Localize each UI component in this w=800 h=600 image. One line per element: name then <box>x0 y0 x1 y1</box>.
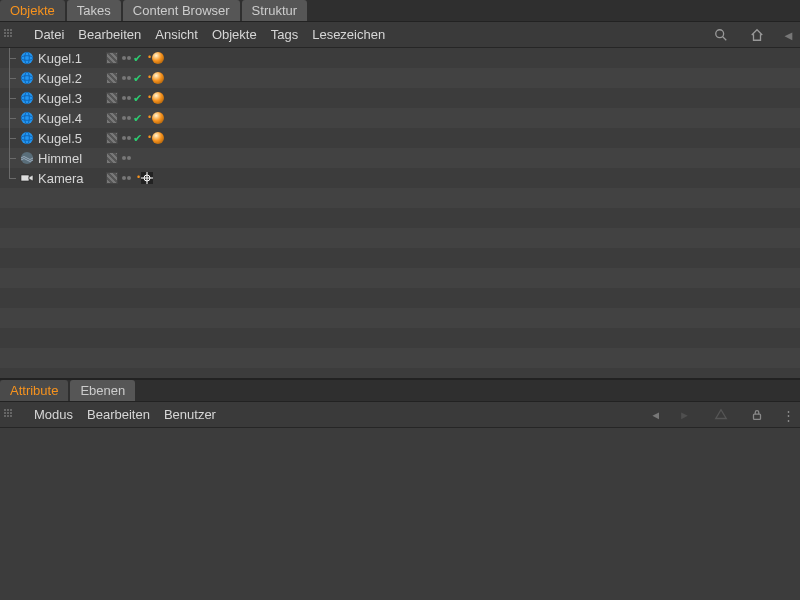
object-row-himmel[interactable]: Himmel <box>0 148 800 168</box>
home-icon[interactable] <box>750 28 764 42</box>
layer-toggle[interactable] <box>106 172 118 184</box>
menu-datei[interactable]: Datei <box>34 27 64 42</box>
empty-row <box>0 348 800 368</box>
menu-objekte[interactable]: Objekte <box>212 27 257 42</box>
object-name[interactable]: Kugel.4 <box>38 111 98 126</box>
phong-tag-icon[interactable] <box>152 112 164 124</box>
bottom-tab-bar: AttributeEbenen <box>0 380 800 402</box>
tree-branch-icon <box>4 148 16 168</box>
empty-row <box>0 268 800 288</box>
check-icon: ✔ <box>133 92 142 105</box>
attribute-body <box>0 428 800 600</box>
tab-top-objekte[interactable]: Objekte <box>0 0 65 21</box>
phong-tag-icon[interactable] <box>152 132 164 144</box>
phong-tag-icon[interactable] <box>152 92 164 104</box>
empty-row <box>0 288 800 308</box>
object-name[interactable]: Kugel.1 <box>38 51 98 66</box>
sphere-icon <box>20 131 34 145</box>
object-row-kugel-4[interactable]: Kugel.4✔• <box>0 108 800 128</box>
check-icon: ✔ <box>133 132 142 145</box>
layer-toggle[interactable] <box>106 72 118 84</box>
objects-tree-panel: Kugel.1✔•Kugel.2✔•Kugel.3✔•Kugel.4✔•Kuge… <box>0 48 800 378</box>
menu-benutzer[interactable]: Benutzer <box>164 407 216 422</box>
layer-toggle[interactable] <box>106 112 118 124</box>
empty-row <box>0 308 800 328</box>
history-back-icon[interactable]: ◄ <box>650 409 661 421</box>
layer-toggle[interactable] <box>106 152 118 164</box>
tag-dot-icon: • <box>148 132 151 144</box>
history-fwd-icon[interactable]: ► <box>679 409 690 421</box>
sphere-icon <box>20 71 34 85</box>
grip-icon[interactable] <box>4 29 16 41</box>
empty-row <box>0 228 800 248</box>
svg-point-8 <box>21 92 33 104</box>
empty-row <box>0 328 800 348</box>
visibility-dots[interactable] <box>122 96 131 100</box>
tab-top-takes[interactable]: Takes <box>67 0 121 21</box>
phong-tag-icon[interactable] <box>152 72 164 84</box>
sphere-icon <box>20 111 34 125</box>
object-name[interactable]: Kamera <box>38 171 98 186</box>
more-icon[interactable]: ⋮ <box>782 408 796 422</box>
tab-top-struktur[interactable]: Struktur <box>242 0 308 21</box>
tab-top-content-browser[interactable]: Content Browser <box>123 0 240 21</box>
top-tab-bar: ObjekteTakesContent BrowserStruktur <box>0 0 800 22</box>
object-row-kugel-5[interactable]: Kugel.5✔• <box>0 128 800 148</box>
object-name[interactable]: Kugel.2 <box>38 71 98 86</box>
menu-tags[interactable]: Tags <box>271 27 298 42</box>
object-row-kugel-3[interactable]: Kugel.3✔• <box>0 88 800 108</box>
lock-icon[interactable] <box>750 408 764 422</box>
empty-row <box>0 208 800 228</box>
layer-toggle[interactable] <box>106 52 118 64</box>
menu-lesezeichen[interactable]: Lesezeichen <box>312 27 385 42</box>
empty-row <box>0 248 800 268</box>
visibility-dots[interactable] <box>122 156 131 160</box>
objects-menubar: DateiBearbeitenAnsichtObjekteTagsLesezei… <box>0 22 800 48</box>
tree-branch-icon <box>4 88 16 108</box>
visibility-dots[interactable] <box>122 136 131 140</box>
object-name[interactable]: Kugel.3 <box>38 91 98 106</box>
layer-toggle[interactable] <box>106 92 118 104</box>
visibility-dots[interactable] <box>122 76 131 80</box>
object-row-kugel-2[interactable]: Kugel.2✔• <box>0 68 800 88</box>
svg-rect-18 <box>21 175 29 181</box>
check-icon: ✔ <box>133 112 142 125</box>
menu-bearbeiten[interactable]: Bearbeiten <box>87 407 150 422</box>
object-name[interactable]: Himmel <box>38 151 98 166</box>
menu-modus[interactable]: Modus <box>34 407 73 422</box>
tag-dot-icon: • <box>148 72 151 84</box>
tag-dot-icon: • <box>148 92 151 104</box>
svg-point-5 <box>21 72 33 84</box>
tree-branch-icon <box>4 108 16 128</box>
chevron-left-icon[interactable]: ◄ <box>782 28 796 42</box>
phong-tag-icon[interactable] <box>152 52 164 64</box>
grip-icon[interactable] <box>4 409 16 421</box>
tab-bottom-ebenen[interactable]: Ebenen <box>70 380 135 401</box>
visibility-dots[interactable] <box>122 116 131 120</box>
svg-point-14 <box>21 132 33 144</box>
svg-rect-23 <box>754 414 761 419</box>
tag-dot-icon: • <box>137 172 140 184</box>
tree-branch-icon <box>4 48 16 68</box>
visibility-dots[interactable] <box>122 176 131 180</box>
camera-icon <box>20 171 34 185</box>
svg-point-2 <box>21 52 33 64</box>
svg-point-0 <box>716 29 724 37</box>
tab-bottom-attribute[interactable]: Attribute <box>0 380 68 401</box>
object-row-kugel-1[interactable]: Kugel.1✔• <box>0 48 800 68</box>
tag-dot-icon: • <box>148 112 151 124</box>
menu-bearbeiten[interactable]: Bearbeiten <box>78 27 141 42</box>
object-row-kamera[interactable]: Kamera• <box>0 168 800 188</box>
object-name[interactable]: Kugel.5 <box>38 131 98 146</box>
sphere-icon <box>20 91 34 105</box>
svg-point-11 <box>21 112 33 124</box>
up-icon[interactable] <box>714 408 728 422</box>
empty-row <box>0 188 800 208</box>
target-tag-icon[interactable] <box>141 172 153 184</box>
tree-branch-icon <box>4 168 16 188</box>
check-icon: ✔ <box>133 72 142 85</box>
layer-toggle[interactable] <box>106 132 118 144</box>
search-icon[interactable] <box>714 28 728 42</box>
menu-ansicht[interactable]: Ansicht <box>155 27 198 42</box>
visibility-dots[interactable] <box>122 56 131 60</box>
